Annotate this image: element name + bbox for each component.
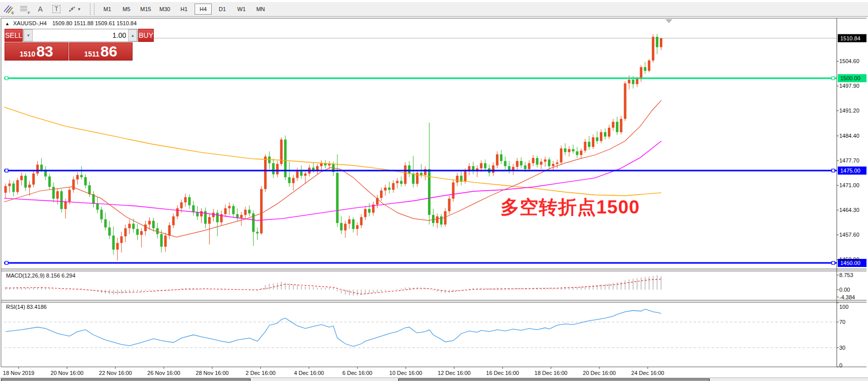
macd-tick-label: -4.384	[839, 294, 855, 300]
chart-text-annotation[interactable]: 多空转折点1500	[501, 195, 640, 220]
one-click-collapse-icon[interactable]: ▲	[5, 21, 10, 26]
price-tick-label: 1450.90	[839, 256, 859, 262]
timeframe-button-w1[interactable]: W1	[233, 4, 250, 15]
rsi-tick-label: 100	[839, 304, 848, 310]
line-anchor-handle[interactable]	[5, 261, 8, 264]
one-click-trading-panel: SELL ▼ ▲ BUY 1510 83 1511 86	[5, 29, 133, 61]
time-tick-label: 16 Dec 16:00	[486, 370, 519, 376]
time-tick-label: 20 Dec 16:00	[583, 370, 615, 376]
sell-price-display[interactable]: 1510 83	[5, 42, 69, 61]
timeframe-button-d1[interactable]: D1	[214, 4, 231, 15]
time-tick-label: 26 Nov 16:00	[147, 370, 180, 376]
timeframe-button-mn[interactable]: MN	[252, 4, 269, 15]
time-tick-label: 20 Nov 16:00	[50, 370, 83, 376]
rsi-tick-label: 0	[839, 362, 842, 368]
line-anchor-handle[interactable]	[832, 261, 835, 264]
time-tick-label: 18 Nov 2019	[3, 370, 34, 376]
line-anchor-handle[interactable]	[5, 169, 8, 172]
rsi-tick-label: 30	[839, 345, 845, 351]
time-tick-label: 4 Dec 16:00	[294, 370, 324, 376]
rsi-indicator-label: RSI(14) 83.4186	[6, 304, 47, 310]
chevron-down-icon: ▼	[77, 7, 81, 12]
chart-canvas[interactable]: 1500.001475.001450.001504.601497.901491.…	[0, 17, 868, 381]
chart-background	[1, 18, 866, 367]
line-anchor-handle[interactable]	[832, 77, 835, 80]
icon-sub-label: E	[12, 11, 14, 15]
toolbar: E F A T ▼ M1M5M15M30H1H4D1W1MN	[0, 2, 868, 17]
grid-f-icon[interactable]: F	[17, 3, 31, 15]
time-tick-label: 28 Nov 16:00	[196, 370, 228, 376]
line-anchor-handle[interactable]	[5, 77, 8, 80]
buy-price-small: 1511	[84, 50, 99, 58]
text-label-a-icon[interactable]: A	[33, 3, 47, 15]
time-tick-label: 24 Dec 16:00	[631, 370, 664, 376]
sell-button[interactable]: SELL	[5, 29, 23, 42]
volume-increase-button[interactable]: ▲	[128, 29, 137, 41]
timeframe-button-m30[interactable]: M30	[156, 4, 173, 15]
sell-price-big: 83	[36, 43, 53, 60]
price-tick-label: 1464.30	[839, 207, 859, 213]
level-price-badge-label: 1500.00	[840, 75, 860, 81]
time-tick-label: 6 Dec 16:00	[342, 370, 372, 376]
timeframe-button-m15[interactable]: M15	[137, 4, 154, 15]
symbol-period-label: XAUUSD-,H4	[13, 20, 47, 26]
macd-tick-label: 0.00	[839, 287, 850, 293]
time-tick-label: 22 Nov 16:00	[99, 370, 132, 376]
time-tick-label: 18 Dec 16:00	[534, 370, 567, 376]
chart-tab-stub[interactable]	[398, 378, 710, 381]
timeframe-button-m5[interactable]: M5	[118, 4, 135, 15]
symbol-header: ▲ XAUUSD-,H4 1509.80 1511.88 1509.61 151…	[5, 20, 137, 26]
bottom-status-strip	[0, 377, 868, 381]
price-tick-label: 1471.00	[839, 182, 859, 188]
buy-price-display[interactable]: 1511 86	[69, 42, 133, 61]
ohlc-values: 1509.80 1511.88 1509.61 1510.84	[52, 20, 137, 26]
letter-t-glyph: T	[52, 5, 60, 13]
timeframe-button-h1[interactable]: H1	[175, 4, 193, 15]
text-box-t-icon[interactable]: T	[49, 3, 64, 15]
time-tick-label: 2 Dec 16:00	[245, 370, 275, 376]
timeframe-button-m1[interactable]: M1	[99, 4, 116, 15]
line-anchor-handle[interactable]	[832, 169, 835, 172]
letter-a-glyph: A	[38, 5, 42, 13]
rsi-tick-label: 70	[839, 319, 845, 325]
macd-indicator-label: MACD(12,26,9) 8.156 6.294	[6, 273, 76, 279]
cursor-arrows-dropdown-icon[interactable]: ▼	[66, 3, 84, 15]
price-tick-label: 1504.60	[839, 58, 859, 64]
crosshair-pencil-e-icon[interactable]: E	[1, 3, 15, 15]
time-tick-label: 12 Dec 16:00	[438, 370, 470, 376]
macd-tick-label: 8.753	[839, 272, 853, 278]
price-tick-label: 1484.40	[839, 133, 859, 139]
time-axis[interactable]	[19, 367, 648, 369]
price-tick-label: 1457.60	[839, 232, 859, 238]
arrows-glyph	[68, 5, 76, 13]
price-tick-label: 1491.20	[839, 107, 859, 114]
buy-button[interactable]: BUY	[138, 29, 154, 42]
volume-control: ▼ ▲	[23, 29, 138, 42]
volume-input[interactable]	[33, 29, 128, 41]
current-price-badge-label: 1510.84	[840, 35, 860, 41]
toolbar-grip[interactable]	[90, 4, 95, 15]
time-tick-label: 10 Dec 16:00	[389, 370, 422, 376]
volume-decrease-button[interactable]: ▼	[24, 29, 33, 41]
level-price-badge-label: 1475.00	[840, 168, 860, 174]
price-tick-label: 1497.90	[839, 83, 859, 89]
timeframe-button-h4[interactable]: H4	[195, 4, 212, 15]
timeframe-button-group: M1M5M15M30H1H4D1W1MN	[98, 4, 270, 15]
icon-sub-label: F	[28, 11, 30, 15]
chart-tab-stub[interactable]	[1, 378, 251, 381]
buy-price-big: 86	[100, 43, 117, 60]
sell-price-small: 1510	[20, 50, 35, 58]
price-tick-label: 1477.70	[839, 157, 859, 164]
